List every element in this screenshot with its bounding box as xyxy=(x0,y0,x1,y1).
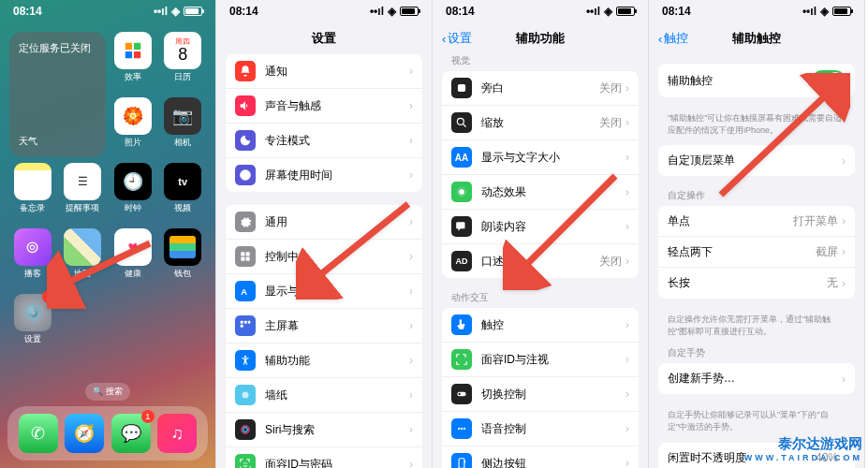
status-time: 08:14 xyxy=(662,5,691,18)
voiceover-icon xyxy=(451,78,472,98)
notifications-icon xyxy=(235,61,256,81)
motion-icon xyxy=(451,182,472,202)
settings-group-2: 通用› 控制中心› A显示与亮度› 主屏幕› 辅助功能› 墙纸› Siri与搜索… xyxy=(226,205,422,468)
status-icons: ••ıl◈ xyxy=(370,5,419,18)
chevron-right-icon: › xyxy=(409,388,413,402)
row-siri[interactable]: Siri与搜索› xyxy=(226,413,422,447)
watermark-text: 泰尔达游戏网 xyxy=(744,435,862,453)
section-gestures: 自定手势 xyxy=(649,346,864,363)
chevron-left-icon: ‹ xyxy=(658,32,662,46)
row-screentime[interactable]: 屏幕使用时间› xyxy=(226,158,422,192)
row-switch-control[interactable]: 切换控制› xyxy=(442,377,639,412)
back-button[interactable]: ‹设置 xyxy=(442,30,472,47)
row-text-size[interactable]: AA显示与文字大小› xyxy=(442,140,639,175)
row-spoken[interactable]: 朗读内容› xyxy=(442,210,639,244)
app-notes[interactable]: 备忘录 xyxy=(9,163,56,223)
gear-icon xyxy=(235,212,256,232)
row-double-tap[interactable]: 轻点两下截屏› xyxy=(658,237,855,268)
row-long-press[interactable]: 长按无› xyxy=(658,268,855,299)
svg-rect-12 xyxy=(248,321,250,324)
faceid-icon xyxy=(235,454,256,468)
row-control-center[interactable]: 控制中心› xyxy=(226,240,422,274)
accessibility-panel: 08:14 ••ıl◈ ‹设置 辅助功能 视觉 旁白关闭› 缩放关闭› AA显示… xyxy=(433,0,649,468)
app-camera[interactable]: 📷相机 xyxy=(160,97,207,157)
row-sounds[interactable]: 声音与触感› xyxy=(226,89,422,124)
actions-group: 单点打开菜单› 轻点两下截屏› 长按无› xyxy=(658,206,855,299)
dock-messages[interactable]: 💬1 xyxy=(111,414,151,453)
assistivetouch-scroll[interactable]: 辅助触控 "辅助触控"可让你在触摸屏幕有困难或需要自适应配件的情况下使用iPho… xyxy=(649,54,864,468)
row-audiodesc[interactable]: AD口述影像关闭› xyxy=(442,244,639,278)
row-home-screen[interactable]: 主屏幕› xyxy=(226,309,422,344)
nav-bar: ‹触控 辅助触控 xyxy=(649,22,864,54)
svg-rect-0 xyxy=(125,43,132,50)
chevron-right-icon: › xyxy=(409,250,413,263)
switch-icon xyxy=(451,384,472,404)
note-2: 自定操作允许你无需打开菜单，通过"辅助触控"图标即可直接进行互动。 xyxy=(649,312,864,346)
wifi-icon: ◈ xyxy=(171,5,180,18)
weather-widget[interactable]: 定位服务已关闭 天气 xyxy=(9,32,106,157)
focus-icon xyxy=(235,130,256,151)
app-clock[interactable]: 🕘时钟 xyxy=(110,163,156,223)
row-voice-control[interactable]: 语音控制› xyxy=(442,412,639,446)
row-general[interactable]: 通用› xyxy=(226,205,422,240)
row-motion[interactable]: 动态效果› xyxy=(442,175,639,210)
app-maps[interactable]: 地图 xyxy=(60,228,107,288)
battery-icon xyxy=(616,7,635,16)
dock-phone[interactable]: ✆ xyxy=(19,414,58,453)
back-button[interactable]: ‹触控 xyxy=(658,30,688,47)
app-calendar[interactable]: 周四8日历 xyxy=(160,32,207,92)
chevron-right-icon: › xyxy=(842,373,846,386)
row-side-button[interactable]: 侧边按钮› xyxy=(442,446,639,468)
chevron-right-icon: › xyxy=(409,285,413,298)
watermark-url: WWW.TAIRDA.COM xyxy=(744,453,862,462)
row-notifications[interactable]: 通知› xyxy=(226,54,422,89)
accessibility-scroll[interactable]: 视觉 旁白关闭› 缩放关闭› AA显示与文字大小› 动态效果› 朗读内容› AD… xyxy=(433,54,648,468)
signal-icon: ••ıl xyxy=(802,5,817,18)
app-reminders[interactable]: ☰提醒事项 xyxy=(60,163,107,223)
app-photos[interactable]: 🏵️照片 xyxy=(110,97,156,157)
row-accessibility[interactable]: 辅助功能› xyxy=(226,344,422,378)
dock-safari[interactable]: 🧭 xyxy=(65,414,104,453)
app-podcasts[interactable]: ⊚播客 xyxy=(9,228,56,288)
chevron-right-icon: › xyxy=(409,99,413,112)
app-efficiency[interactable]: 效率 xyxy=(110,32,156,92)
chevron-right-icon: › xyxy=(409,134,413,147)
row-voiceover[interactable]: 旁白关闭› xyxy=(442,71,639,106)
nav-title: 设置 xyxy=(312,30,336,47)
row-focus[interactable]: 专注模式› xyxy=(226,124,422,158)
svg-rect-7 xyxy=(241,257,244,261)
row-faceid[interactable]: 面容ID与密码› xyxy=(226,447,422,468)
sidebtn-icon xyxy=(451,453,472,468)
chevron-right-icon: › xyxy=(625,255,629,268)
row-faceid-attention[interactable]: 面容ID与注视› xyxy=(442,343,639,377)
row-wallpaper[interactable]: 墙纸› xyxy=(226,378,422,413)
row-touch[interactable]: 触控› xyxy=(442,308,639,343)
nav-bar: ‹设置 辅助功能 xyxy=(433,22,648,54)
chevron-right-icon: › xyxy=(842,154,846,168)
row-single-tap[interactable]: 单点打开菜单› xyxy=(658,206,855,237)
row-zoom[interactable]: 缩放关闭› xyxy=(442,106,639,140)
status-icons: ••ıl◈ xyxy=(586,5,635,18)
assistivetouch-toggle[interactable] xyxy=(812,70,846,91)
svg-rect-3 xyxy=(134,51,140,58)
dock-music[interactable]: ♫ xyxy=(157,414,197,453)
svg-point-31 xyxy=(461,428,463,430)
audiodesc-icon: AD xyxy=(451,251,472,271)
settings-scroll[interactable]: 通知› 声音与触感› 专注模式› 屏幕使用时间› 通用› 控制中心› A显示与亮… xyxy=(216,54,432,468)
app-settings[interactable]: ⚙️2设置 xyxy=(9,294,56,354)
settings-group-1: 通知› 声音与触感› 专注模式› 屏幕使用时间› xyxy=(226,54,422,192)
app-tv[interactable]: tv视频 xyxy=(160,163,207,223)
row-top-menu[interactable]: 自定顶层菜单› xyxy=(658,145,855,176)
svg-rect-6 xyxy=(246,252,250,256)
svg-rect-5 xyxy=(241,252,244,256)
app-wallet[interactable]: 钱包 xyxy=(160,228,207,288)
touch-icon xyxy=(451,314,472,335)
status-bar: 08:14 ••ıl ◈ xyxy=(0,0,215,22)
search-pill[interactable]: 🔍 搜索 xyxy=(85,383,130,401)
section-actions: 自定操作 xyxy=(649,189,864,206)
voice-icon xyxy=(451,418,472,439)
app-health[interactable]: ♥健康 xyxy=(110,228,156,288)
row-assistivetouch-toggle[interactable]: 辅助触控 xyxy=(658,64,855,97)
row-new-gesture[interactable]: 创建新手势…› xyxy=(658,363,855,394)
row-display[interactable]: A显示与亮度› xyxy=(226,274,422,309)
